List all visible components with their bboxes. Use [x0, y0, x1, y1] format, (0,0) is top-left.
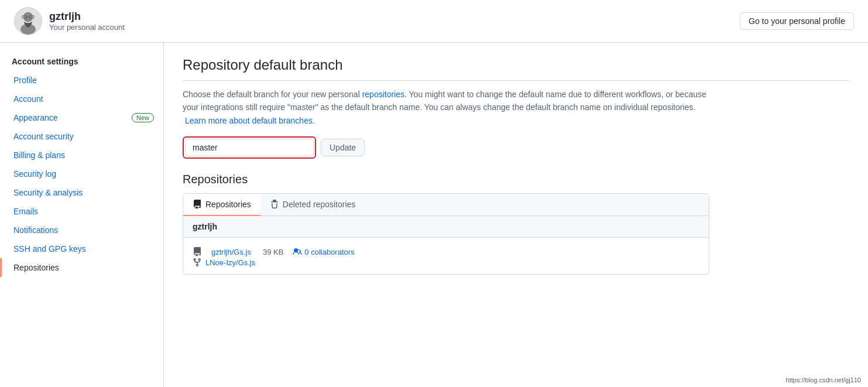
repositories-link[interactable]: repositories — [362, 90, 404, 99]
sidebar-heading: Account settings — [0, 52, 163, 71]
repositories-section-title: Repositories — [183, 173, 849, 186]
sidebar-label-security-log: Security log — [13, 169, 56, 179]
username: gztrljh — [49, 11, 125, 23]
repo-link-1[interactable]: gztrljh/Gs.js — [211, 248, 251, 256]
tab-deleted-repositories[interactable]: Deleted repositories — [260, 194, 365, 216]
tab-repositories-label: Repositories — [205, 200, 251, 209]
description-text: Choose the default branch for your new p… — [183, 90, 706, 112]
fork-icon — [193, 258, 202, 267]
branch-input-row: Update — [183, 136, 849, 159]
sidebar-item-security-log[interactable]: Security log — [0, 165, 163, 183]
sidebar-label-account-security: Account security — [13, 132, 74, 141]
sidebar-label-ssh-gpg: SSH and GPG keys — [13, 244, 86, 254]
branch-input-wrapper — [183, 136, 316, 159]
repositories-card: Repositories Deleted repositories gztrlj… — [183, 193, 709, 275]
tab-repositories[interactable]: Repositories — [183, 194, 260, 216]
sidebar-label-profile: Profile — [13, 76, 37, 85]
sidebar-item-profile[interactable]: Profile — [0, 71, 163, 90]
tab-deleted-repositories-label: Deleted repositories — [283, 200, 356, 209]
update-button[interactable]: Update — [321, 139, 365, 156]
user-info: gztrljh Your personal account — [49, 11, 125, 32]
sidebar-item-ssh-gpg[interactable]: SSH and GPG keys — [0, 239, 163, 258]
avatar — [14, 7, 42, 35]
sidebar-item-security-analysis[interactable]: Security & analysis — [0, 183, 163, 202]
repo-row: gztrljh/Gs.js 39 KB 0 collaborators LNoe… — [183, 238, 709, 274]
sidebar: Account settings Profile Account Appeara… — [0, 43, 164, 387]
sidebar-label-emails: Emails — [13, 207, 38, 216]
sidebar-item-notifications[interactable]: Notifications — [0, 221, 163, 239]
appearance-new-badge: New — [132, 113, 154, 122]
repo-sub-links: LNoe-Izy/Gs.js — [193, 258, 699, 267]
page-header: gztrljh Your personal account Go to your… — [0, 0, 868, 43]
sidebar-label-repositories: Repositories — [13, 263, 59, 272]
sidebar-label-appearance: Appearance — [13, 113, 58, 122]
sidebar-item-account-security[interactable]: Account security — [0, 127, 163, 146]
sidebar-item-billing[interactable]: Billing & plans — [0, 146, 163, 165]
branch-name-input[interactable] — [185, 139, 314, 156]
sidebar-item-emails[interactable]: Emails — [0, 202, 163, 221]
repo-size: 39 KB — [263, 248, 283, 256]
sidebar-label-security-analysis: Security & analysis — [13, 188, 83, 197]
trash-icon — [270, 200, 279, 209]
account-type: Your personal account — [49, 23, 125, 32]
sidebar-label-account: Account — [13, 94, 43, 104]
repo-link-2[interactable]: LNoe-Izy/Gs.js — [205, 258, 255, 267]
collaborators: 0 collaborators — [293, 247, 354, 256]
header-left: gztrljh Your personal account — [14, 7, 125, 35]
sidebar-item-appearance[interactable]: Appearance New — [0, 108, 163, 127]
main-content: Repository default branch Choose the def… — [164, 43, 868, 387]
url-hint: https://blog.csdn.net/gj110 — [784, 375, 863, 385]
sidebar-item-repositories[interactable]: Repositories — [0, 258, 163, 277]
collaborators-text: 0 collaborators — [304, 248, 354, 256]
repo-icon — [193, 200, 202, 209]
repo-links-row: gztrljh/Gs.js 39 KB 0 collaborators — [193, 247, 699, 256]
sidebar-label-notifications: Notifications — [13, 225, 58, 235]
repo-group-header: gztrljh — [183, 216, 709, 238]
description-paragraph: Choose the default branch for your new p… — [183, 88, 709, 127]
repo-icon-inline — [193, 247, 202, 256]
sidebar-item-account[interactable]: Account — [0, 90, 163, 108]
sidebar-label-billing: Billing & plans — [13, 150, 65, 160]
page-title: Repository default branch — [183, 57, 849, 81]
repos-tabs: Repositories Deleted repositories — [183, 194, 709, 216]
page-layout: Account settings Profile Account Appeara… — [0, 43, 868, 387]
go-to-profile-button[interactable]: Go to your personal profile — [740, 12, 854, 30]
learn-more-link[interactable]: Learn more about default branches. — [185, 116, 315, 125]
